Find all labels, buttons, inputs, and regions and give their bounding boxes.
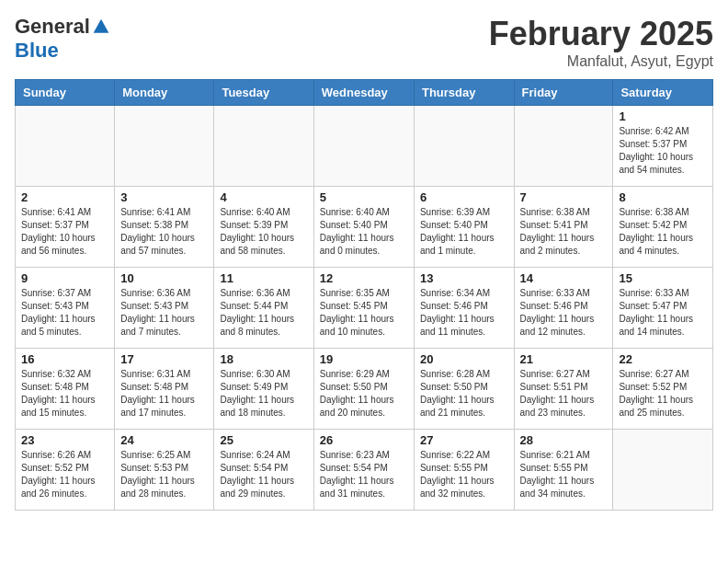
- col-header-friday: Friday: [514, 80, 613, 106]
- location-subtitle: Manfalut, Asyut, Egypt: [489, 53, 713, 70]
- calendar-cell: 11Sunrise: 6:36 AM Sunset: 5:44 PM Dayli…: [214, 268, 313, 349]
- day-number: 9: [21, 271, 108, 285]
- cell-info: Sunrise: 6:26 AM Sunset: 5:52 PM Dayligh…: [21, 449, 108, 500]
- cell-info: Sunrise: 6:24 AM Sunset: 5:54 PM Dayligh…: [220, 449, 307, 500]
- cell-info: Sunrise: 6:35 AM Sunset: 5:45 PM Dayligh…: [320, 287, 408, 339]
- calendar-week-row: 2Sunrise: 6:41 AM Sunset: 5:37 PM Daylig…: [16, 187, 713, 268]
- cell-info: Sunrise: 6:34 AM Sunset: 5:46 PM Dayligh…: [420, 287, 508, 339]
- calendar-cell: 28Sunrise: 6:21 AM Sunset: 5:55 PM Dayli…: [514, 430, 613, 511]
- cell-info: Sunrise: 6:28 AM Sunset: 5:50 PM Dayligh…: [420, 368, 508, 419]
- day-number: 8: [619, 190, 707, 204]
- calendar-cell: 16Sunrise: 6:32 AM Sunset: 5:48 PM Dayli…: [16, 349, 115, 430]
- day-number: 4: [220, 190, 307, 204]
- day-number: 12: [320, 271, 408, 285]
- calendar-week-row: 1Sunrise: 6:42 AM Sunset: 5:37 PM Daylig…: [16, 106, 713, 187]
- day-number: 23: [21, 433, 108, 447]
- calendar-cell: 22Sunrise: 6:27 AM Sunset: 5:52 PM Dayli…: [613, 349, 713, 430]
- logo: General Blue: [15, 15, 110, 63]
- calendar-cell: 10Sunrise: 6:36 AM Sunset: 5:43 PM Dayli…: [115, 268, 214, 349]
- day-number: 7: [520, 190, 608, 204]
- day-number: 3: [120, 190, 208, 204]
- calendar: SundayMondayTuesdayWednesdayThursdayFrid…: [15, 79, 713, 511]
- day-number: 15: [619, 271, 707, 285]
- cell-info: Sunrise: 6:36 AM Sunset: 5:44 PM Dayligh…: [220, 287, 307, 339]
- calendar-cell: 12Sunrise: 6:35 AM Sunset: 5:45 PM Dayli…: [313, 268, 414, 349]
- cell-info: Sunrise: 6:25 AM Sunset: 5:53 PM Dayligh…: [120, 449, 208, 500]
- month-title: February 2025: [489, 15, 713, 53]
- calendar-cell: [16, 106, 115, 187]
- day-number: 27: [420, 433, 508, 447]
- day-number: 10: [120, 271, 208, 285]
- logo-blue: Blue: [15, 39, 110, 63]
- cell-info: Sunrise: 6:27 AM Sunset: 5:51 PM Dayligh…: [520, 368, 608, 419]
- cell-info: Sunrise: 6:41 AM Sunset: 5:37 PM Dayligh…: [21, 206, 108, 258]
- cell-info: Sunrise: 6:36 AM Sunset: 5:43 PM Dayligh…: [120, 287, 208, 339]
- calendar-header-row: SundayMondayTuesdayWednesdayThursdayFrid…: [16, 80, 713, 106]
- calendar-cell: [514, 106, 613, 187]
- calendar-cell: [414, 106, 514, 187]
- day-number: 19: [320, 352, 408, 366]
- calendar-cell: 17Sunrise: 6:31 AM Sunset: 5:48 PM Dayli…: [115, 349, 214, 430]
- day-number: 28: [520, 433, 608, 447]
- calendar-cell: 4Sunrise: 6:40 AM Sunset: 5:39 PM Daylig…: [214, 187, 313, 268]
- calendar-cell: 7Sunrise: 6:38 AM Sunset: 5:41 PM Daylig…: [514, 187, 613, 268]
- day-number: 17: [120, 352, 208, 366]
- cell-info: Sunrise: 6:32 AM Sunset: 5:48 PM Dayligh…: [21, 368, 108, 419]
- cell-info: Sunrise: 6:37 AM Sunset: 5:43 PM Dayligh…: [21, 287, 108, 339]
- svg-marker-0: [94, 19, 109, 33]
- calendar-cell: 18Sunrise: 6:30 AM Sunset: 5:49 PM Dayli…: [214, 349, 313, 430]
- day-number: 1: [619, 109, 707, 123]
- calendar-cell: 20Sunrise: 6:28 AM Sunset: 5:50 PM Dayli…: [414, 349, 514, 430]
- calendar-cell: 14Sunrise: 6:33 AM Sunset: 5:46 PM Dayli…: [514, 268, 613, 349]
- calendar-cell: [313, 106, 414, 187]
- col-header-wednesday: Wednesday: [313, 80, 414, 106]
- cell-info: Sunrise: 6:30 AM Sunset: 5:49 PM Dayligh…: [220, 368, 307, 419]
- cell-info: Sunrise: 6:31 AM Sunset: 5:48 PM Dayligh…: [120, 368, 208, 419]
- day-number: 2: [21, 190, 108, 204]
- cell-info: Sunrise: 6:41 AM Sunset: 5:38 PM Dayligh…: [120, 206, 208, 258]
- day-number: 24: [120, 433, 208, 447]
- cell-info: Sunrise: 6:33 AM Sunset: 5:47 PM Dayligh…: [619, 287, 707, 339]
- calendar-cell: 15Sunrise: 6:33 AM Sunset: 5:47 PM Dayli…: [613, 268, 713, 349]
- calendar-week-row: 23Sunrise: 6:26 AM Sunset: 5:52 PM Dayli…: [16, 430, 713, 511]
- calendar-cell: 6Sunrise: 6:39 AM Sunset: 5:40 PM Daylig…: [414, 187, 514, 268]
- calendar-cell: 1Sunrise: 6:42 AM Sunset: 5:37 PM Daylig…: [613, 106, 713, 187]
- calendar-cell: 25Sunrise: 6:24 AM Sunset: 5:54 PM Dayli…: [214, 430, 313, 511]
- col-header-thursday: Thursday: [414, 80, 514, 106]
- calendar-cell: 13Sunrise: 6:34 AM Sunset: 5:46 PM Dayli…: [414, 268, 514, 349]
- cell-info: Sunrise: 6:27 AM Sunset: 5:52 PM Dayligh…: [619, 368, 707, 419]
- day-number: 21: [520, 352, 608, 366]
- calendar-cell: 9Sunrise: 6:37 AM Sunset: 5:43 PM Daylig…: [16, 268, 115, 349]
- calendar-cell: [613, 430, 713, 511]
- calendar-cell: [214, 106, 313, 187]
- title-block: February 2025 Manfalut, Asyut, Egypt: [489, 15, 713, 70]
- calendar-cell: 19Sunrise: 6:29 AM Sunset: 5:50 PM Dayli…: [313, 349, 414, 430]
- cell-info: Sunrise: 6:38 AM Sunset: 5:42 PM Dayligh…: [619, 206, 707, 258]
- calendar-cell: 5Sunrise: 6:40 AM Sunset: 5:40 PM Daylig…: [313, 187, 414, 268]
- header: General Blue February 2025 Manfalut, Asy…: [15, 15, 713, 70]
- day-number: 5: [320, 190, 408, 204]
- calendar-week-row: 16Sunrise: 6:32 AM Sunset: 5:48 PM Dayli…: [16, 349, 713, 430]
- cell-info: Sunrise: 6:40 AM Sunset: 5:39 PM Dayligh…: [220, 206, 307, 258]
- cell-info: Sunrise: 6:40 AM Sunset: 5:40 PM Dayligh…: [320, 206, 408, 258]
- calendar-cell: 27Sunrise: 6:22 AM Sunset: 5:55 PM Dayli…: [414, 430, 514, 511]
- day-number: 16: [21, 352, 108, 366]
- cell-info: Sunrise: 6:42 AM Sunset: 5:37 PM Dayligh…: [619, 125, 707, 177]
- calendar-cell: 23Sunrise: 6:26 AM Sunset: 5:52 PM Dayli…: [16, 430, 115, 511]
- col-header-saturday: Saturday: [613, 80, 713, 106]
- day-number: 25: [220, 433, 307, 447]
- day-number: 20: [420, 352, 508, 366]
- day-number: 6: [420, 190, 508, 204]
- logo-general: General: [15, 15, 90, 39]
- calendar-cell: 21Sunrise: 6:27 AM Sunset: 5:51 PM Dayli…: [514, 349, 613, 430]
- day-number: 22: [619, 352, 707, 366]
- day-number: 14: [520, 271, 608, 285]
- calendar-cell: 24Sunrise: 6:25 AM Sunset: 5:53 PM Dayli…: [115, 430, 214, 511]
- col-header-sunday: Sunday: [16, 80, 115, 106]
- day-number: 11: [220, 271, 307, 285]
- calendar-cell: 2Sunrise: 6:41 AM Sunset: 5:37 PM Daylig…: [16, 187, 115, 268]
- cell-info: Sunrise: 6:22 AM Sunset: 5:55 PM Dayligh…: [420, 449, 508, 500]
- cell-info: Sunrise: 6:29 AM Sunset: 5:50 PM Dayligh…: [320, 368, 408, 419]
- calendar-cell: [115, 106, 214, 187]
- logo-icon: [92, 17, 110, 36]
